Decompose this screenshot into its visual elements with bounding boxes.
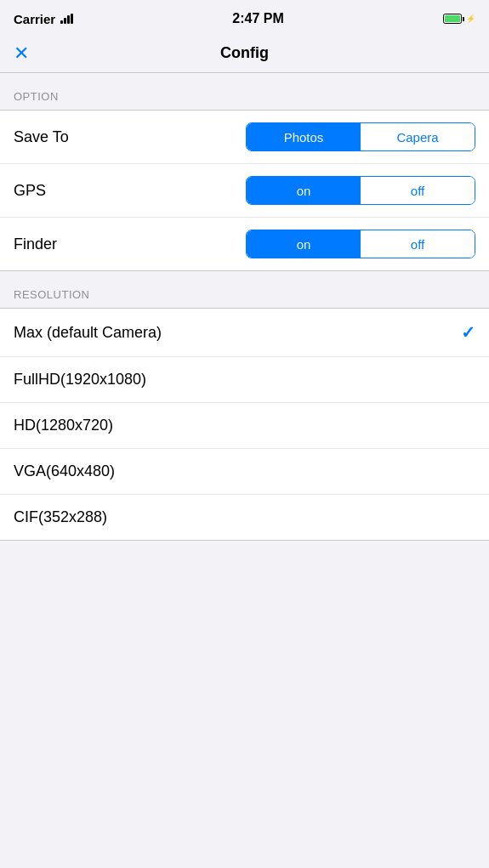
save-to-row: Save To Photos Capera bbox=[0, 111, 489, 164]
finder-label: Finder bbox=[14, 235, 57, 253]
resolution-row-hd[interactable]: HD(1280x720) bbox=[0, 403, 489, 449]
resolution-row-fullhd[interactable]: FullHD(1920x1080) bbox=[0, 357, 489, 403]
wifi-icon bbox=[60, 14, 73, 24]
option-section-header: OPTION bbox=[0, 73, 489, 110]
gps-on-btn[interactable]: on bbox=[247, 177, 361, 204]
save-to-capera-btn[interactable]: Capera bbox=[361, 123, 475, 150]
resolution-label-hd: HD(1280x720) bbox=[14, 417, 113, 434]
finder-on-btn[interactable]: on bbox=[247, 230, 361, 258]
bottom-area bbox=[0, 541, 489, 677]
finder-off-btn[interactable]: off bbox=[361, 230, 475, 258]
finder-row: Finder on off bbox=[0, 218, 489, 270]
status-bar-time: 2:47 PM bbox=[232, 11, 283, 26]
resolution-section-header: RESOLUTION bbox=[0, 271, 489, 308]
page-title: Config bbox=[220, 44, 269, 62]
resolution-label-cif: CIF(352x288) bbox=[14, 508, 107, 526]
save-to-label: Save To bbox=[14, 128, 69, 146]
battery-fill bbox=[445, 15, 460, 22]
save-to-photos-btn[interactable]: Photos bbox=[247, 123, 361, 150]
status-bar: Carrier 2:47 PM ⚡ bbox=[0, 0, 489, 37]
gps-row: GPS on off bbox=[0, 164, 489, 218]
close-button[interactable]: ✕ bbox=[14, 44, 29, 63]
gps-label: GPS bbox=[14, 182, 46, 200]
carrier-label: Carrier bbox=[14, 12, 55, 26]
checkmark-max: ✓ bbox=[461, 322, 475, 343]
battery-bolt-icon: ⚡ bbox=[466, 14, 475, 23]
battery-icon: ⚡ bbox=[443, 14, 475, 24]
gps-off-btn[interactable]: off bbox=[361, 177, 475, 204]
status-bar-left: Carrier bbox=[14, 12, 73, 26]
options-section: Save To Photos Capera GPS on off Finder … bbox=[0, 110, 489, 271]
resolution-row-vga[interactable]: VGA(640x480) bbox=[0, 449, 489, 495]
finder-segmented[interactable]: on off bbox=[246, 230, 475, 258]
resolution-row-cif[interactable]: CIF(352x288) bbox=[0, 495, 489, 540]
resolution-label-max: Max (default Camera) bbox=[14, 324, 162, 342]
resolution-section: Max (default Camera) ✓ FullHD(1920x1080)… bbox=[0, 308, 489, 541]
battery-body bbox=[443, 14, 462, 24]
save-to-segmented[interactable]: Photos Capera bbox=[246, 122, 475, 151]
resolution-label-fullhd: FullHD(1920x1080) bbox=[14, 371, 146, 389]
resolution-label-vga: VGA(640x480) bbox=[14, 462, 115, 480]
gps-segmented[interactable]: on off bbox=[246, 176, 475, 205]
status-bar-right: ⚡ bbox=[443, 14, 475, 24]
nav-bar: ✕ Config bbox=[0, 37, 489, 73]
resolution-row-max[interactable]: Max (default Camera) ✓ bbox=[0, 309, 489, 357]
battery-tip bbox=[463, 17, 464, 21]
